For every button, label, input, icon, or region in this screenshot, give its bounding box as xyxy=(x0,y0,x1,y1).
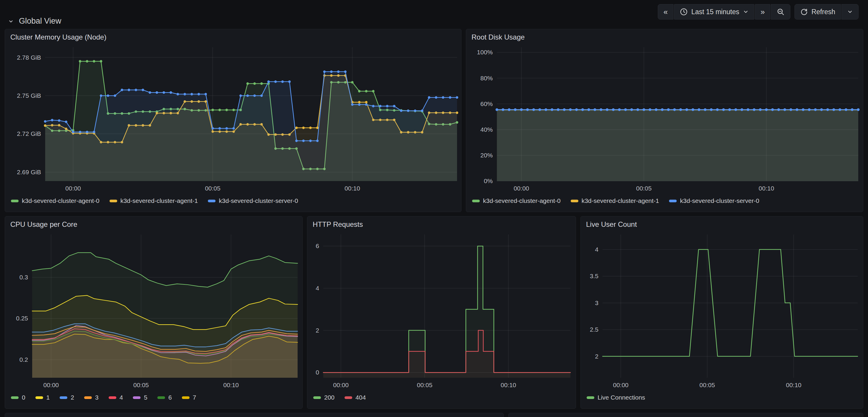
y-tick-label: 60% xyxy=(480,100,493,107)
refresh-interval-button[interactable] xyxy=(841,4,859,20)
panel-partial-left xyxy=(5,413,504,417)
x-tick-label: 00:05 xyxy=(133,382,149,388)
legend-item[interactable]: 2 xyxy=(60,394,74,401)
x-tick-label: 00:00 xyxy=(613,382,628,388)
legend-item[interactable]: Live Connections xyxy=(587,394,645,401)
refresh-label: Refresh xyxy=(811,8,835,16)
time-range-label: Last 15 minutes xyxy=(691,8,739,16)
panel-title[interactable]: HTTP Requests xyxy=(307,216,576,230)
y-tick-label: 6 xyxy=(316,242,319,249)
legend-item[interactable]: 6 xyxy=(157,394,172,401)
dashboard-toolbar: « Last 15 minutes » xyxy=(658,4,859,20)
legend-item[interactable]: 7 xyxy=(182,394,196,401)
time-range-controls: « Last 15 minutes » xyxy=(658,4,790,20)
legend-series-label: 2 xyxy=(70,394,74,401)
y-tick-label: 20% xyxy=(480,152,493,158)
refresh-button[interactable]: Refresh xyxy=(795,4,841,20)
panel-http-requests: HTTP Requests 00:0000:0500:100246 200404 xyxy=(307,216,576,409)
legend-series-label: k3d-severed-cluster-agent-1 xyxy=(120,197,198,204)
legend-series-swatch xyxy=(208,200,216,202)
y-tick-label: 2.72 GiB xyxy=(17,130,41,137)
clock-icon xyxy=(680,8,688,16)
y-tick-label: 2.78 GiB xyxy=(17,54,41,61)
x-tick-label: 00:00 xyxy=(333,382,349,388)
legend-item[interactable]: k3d-severed-cluster-agent-1 xyxy=(571,197,659,204)
legend-series-label: k3d-severed-cluster-agent-1 xyxy=(582,197,659,204)
row-global-view[interactable]: Global View xyxy=(8,17,61,26)
time-shift-forward-button[interactable]: » xyxy=(755,4,770,20)
panel-partial-right xyxy=(508,413,863,417)
legend-series-swatch xyxy=(313,396,321,399)
y-tick-label: 2 xyxy=(595,353,598,360)
y-tick-label: 2.69 GiB xyxy=(17,169,41,175)
legend-item[interactable]: k3d-severed-cluster-server-0 xyxy=(669,197,759,204)
refresh-controls: Refresh xyxy=(795,4,859,20)
x-tick-label: 00:05 xyxy=(417,382,433,388)
y-tick-label: 4 xyxy=(595,246,598,253)
legend-item[interactable]: k3d-severed-cluster-server-0 xyxy=(208,197,298,204)
panel-live-users: Live User Count 00:0000:0500:1022.533.54… xyxy=(581,216,863,409)
legend-series-label: 4 xyxy=(120,394,123,401)
legend-series-label: 7 xyxy=(193,394,196,401)
y-tick-label: 0% xyxy=(484,178,493,184)
x-tick-label: 00:05 xyxy=(205,185,221,192)
legend-series-label: 6 xyxy=(168,394,172,401)
legend-series-label: k3d-severed-cluster-agent-0 xyxy=(22,197,99,204)
chevron-down-icon xyxy=(847,9,853,15)
disk-chart-canvas[interactable]: 00:0000:0500:100%20%40%60%80%100% xyxy=(466,42,863,193)
legend-series-swatch xyxy=(35,396,43,399)
x-tick-label: 00:10 xyxy=(786,382,802,388)
legend-series-swatch xyxy=(669,200,677,202)
y-tick-label: 4 xyxy=(316,285,319,292)
panel-root-disk: Root Disk Usage 00:0000:0500:100%20%40%6… xyxy=(466,29,863,212)
x-tick-label: 00:10 xyxy=(759,185,774,192)
y-tick-label: 2 xyxy=(316,327,319,334)
memory-chart-canvas[interactable]: 00:0000:0500:102.69 GiB2.72 GiB2.75 GiB2… xyxy=(5,42,461,193)
legend-item[interactable]: k3d-severed-cluster-agent-0 xyxy=(472,197,561,204)
legend-series-label: Live Connections xyxy=(597,394,645,401)
legend-item[interactable]: 3 xyxy=(84,394,99,401)
legend-series-swatch xyxy=(587,396,594,399)
legend-series-swatch xyxy=(11,396,19,399)
legend-series-swatch xyxy=(60,396,67,399)
disk-legend: k3d-severed-cluster-agent-0k3d-severed-c… xyxy=(466,193,863,212)
y-tick-label: 0.3 xyxy=(20,274,28,280)
time-shift-back-button[interactable]: « xyxy=(658,4,673,20)
legend-item[interactable]: 200 xyxy=(313,394,335,401)
time-range-picker-button[interactable]: Last 15 minutes xyxy=(674,4,754,20)
http-chart-canvas[interactable]: 00:0000:0500:100246 xyxy=(307,230,576,390)
legend-item[interactable]: 4 xyxy=(108,394,123,401)
http-legend: 200404 xyxy=(307,390,576,409)
panel-title[interactable]: Cluster Memory Usage (Node) xyxy=(5,29,461,42)
zoom-out-button[interactable] xyxy=(771,4,790,20)
legend-item[interactable]: 5 xyxy=(133,394,147,401)
y-tick-label: 0.2 xyxy=(20,356,28,363)
x-tick-label: 00:00 xyxy=(65,185,81,192)
x-tick-label: 00:00 xyxy=(514,185,529,192)
legend-series-label: 1 xyxy=(46,394,50,401)
legend-series-swatch xyxy=(157,396,165,399)
legend-series-swatch xyxy=(110,200,117,202)
panel-title[interactable]: CPU Usage per Core xyxy=(5,216,302,230)
x-tick-label: 00:05 xyxy=(700,382,715,388)
legend-series-swatch xyxy=(108,396,116,399)
legend-series-label: k3d-severed-cluster-server-0 xyxy=(680,197,759,204)
legend-item[interactable]: 0 xyxy=(11,394,25,401)
legend-item[interactable]: 404 xyxy=(345,394,366,401)
cpu-legend: 01234567 xyxy=(5,390,302,409)
legend-series-swatch xyxy=(133,396,141,399)
chevron-down-icon xyxy=(743,9,749,15)
y-tick-label: 40% xyxy=(480,126,493,133)
y-tick-label: 100% xyxy=(477,49,493,56)
panel-title[interactable]: Root Disk Usage xyxy=(466,29,863,42)
legend-item[interactable]: k3d-severed-cluster-agent-0 xyxy=(11,197,99,204)
live-chart-canvas[interactable]: 00:0000:0500:1022.533.54 xyxy=(581,230,863,390)
panel-title[interactable]: Live User Count xyxy=(581,216,863,230)
x-tick-label: 00:00 xyxy=(43,382,59,388)
legend-series-swatch xyxy=(84,396,92,399)
legend-item[interactable]: 1 xyxy=(35,394,50,401)
legend-item[interactable]: k3d-severed-cluster-agent-1 xyxy=(110,197,198,204)
cpu-chart-canvas[interactable]: 00:0000:0500:100.20.250.3 xyxy=(5,230,302,390)
legend-series-label: 0 xyxy=(22,394,25,401)
y-tick-label: 2.5 xyxy=(590,326,598,333)
